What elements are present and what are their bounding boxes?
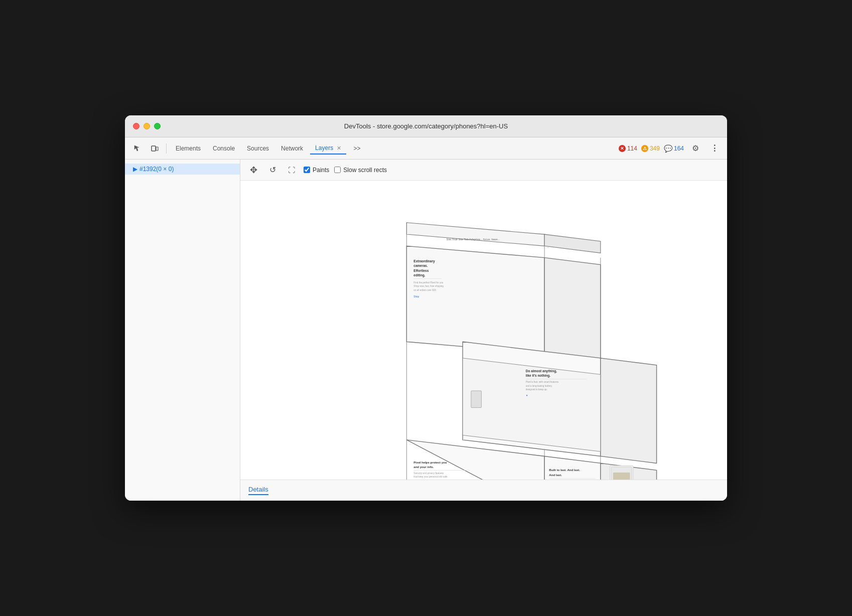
- svg-text:Security and privacy features: Security and privacy features: [413, 472, 444, 475]
- slow-scroll-checkbox-label[interactable]: Slow scroll rects: [334, 167, 387, 174]
- tab-elements[interactable]: Elements: [171, 143, 206, 154]
- svg-rect-1: [156, 147, 158, 150]
- message-badge[interactable]: 💬 164: [664, 144, 684, 152]
- layers-main-panel: ✥ ↺ ⛶ Paints Slow scroll rects: [240, 160, 727, 501]
- svg-text:editing.: editing.: [413, 273, 425, 277]
- layers-tools: ✥ ↺ ⛶ Paints Slow scroll rects: [240, 160, 727, 181]
- svg-text:Effortless: Effortless: [413, 269, 429, 272]
- svg-text:▼: ▼: [526, 394, 528, 397]
- svg-text:Do almost anything,: Do almost anything,: [526, 369, 557, 373]
- svg-text:designed to keep up.: designed to keep up.: [526, 388, 547, 391]
- window-title: DevTools - store.google.com/category/pho…: [344, 122, 508, 130]
- slow-scroll-checkbox[interactable]: [334, 167, 341, 173]
- svg-marker-5: [406, 223, 544, 246]
- tab-network[interactable]: Network: [276, 143, 308, 154]
- content-area: ▶ #1392(0 × 0) ✥ ↺ ⛶ Paints Slow scroll …: [125, 160, 727, 501]
- paints-checkbox[interactable]: [304, 167, 310, 173]
- svg-text:that keep your personal info s: that keep your personal info safe: [413, 476, 448, 478]
- more-menu-button[interactable]: ⋮: [707, 141, 722, 156]
- svg-rect-0: [152, 146, 156, 151]
- warning-icon: ⚠: [641, 145, 648, 152]
- title-bar: DevTools - store.google.com/category/pho…: [125, 115, 727, 137]
- svg-text:Extraordinary: Extraordinary: [413, 259, 435, 263]
- fit-tool-button[interactable]: ⛶: [285, 164, 299, 177]
- toolbar-separator: [166, 143, 167, 153]
- svg-text:like it's nothing.: like it's nothing.: [526, 374, 550, 378]
- layers-3d-visualization: Site:True Site Tab:Adaptive... focus: ba…: [240, 181, 727, 480]
- tab-more[interactable]: >>: [348, 143, 365, 154]
- close-button[interactable]: [133, 123, 139, 129]
- svg-rect-51: [613, 473, 630, 480]
- tab-sources[interactable]: Sources: [242, 143, 274, 154]
- expand-arrow: ▶: [133, 166, 137, 173]
- error-badge[interactable]: ✕ 114: [619, 145, 637, 152]
- error-icon: ✕: [619, 145, 626, 152]
- pan-tool-button[interactable]: ✥: [246, 164, 260, 177]
- svg-text:...: ...: [547, 245, 549, 248]
- tab-layers-close[interactable]: ✕: [337, 145, 341, 151]
- svg-text:and your info.: and your info.: [413, 466, 434, 469]
- svg-rect-31: [471, 391, 481, 408]
- select-element-button[interactable]: [130, 141, 145, 156]
- svg-text:And last.: And last.: [549, 474, 562, 477]
- tab-layers[interactable]: Layers ✕: [310, 142, 346, 155]
- svg-text:Pixel helps protect you: Pixel helps protect you: [413, 461, 447, 464]
- devtools-toolbar: Elements Console Sources Network Layers …: [125, 137, 727, 160]
- svg-text:Built to last. And last.: Built to last. And last.: [549, 469, 580, 472]
- layers-sidebar: ▶ #1392(0 × 0): [125, 160, 240, 501]
- svg-text:and a long-lasting battery,: and a long-lasting battery,: [526, 385, 552, 387]
- layer-item-root[interactable]: ▶ #1392(0 × 0): [125, 164, 240, 175]
- svg-text:Site:True Site Tab:Adaptive...: Site:True Site Tab:Adaptive... focus: ba…: [447, 238, 500, 241]
- tab-console[interactable]: Console: [208, 143, 240, 154]
- message-icon: 💬: [664, 144, 672, 152]
- maximize-button[interactable]: [154, 123, 161, 129]
- device-toggle-button[interactable]: [147, 141, 162, 156]
- warning-badge[interactable]: ⚠ 349: [641, 145, 660, 152]
- toolbar-right: ✕ 114 ⚠ 349 💬 164 ⚙ ⋮: [619, 141, 722, 156]
- svg-marker-11: [544, 258, 601, 361]
- svg-marker-6: [544, 234, 601, 253]
- paints-checkbox-label[interactable]: Paints: [304, 167, 329, 174]
- svg-marker-22: [601, 358, 657, 464]
- details-bar: Details: [240, 480, 727, 501]
- devtools-window: DevTools - store.google.com/category/pho…: [125, 115, 727, 501]
- traffic-lights: [133, 123, 161, 129]
- settings-button[interactable]: ⚙: [688, 141, 703, 156]
- svg-text:Shop now, fast, free shipping: Shop now, fast, free shipping: [413, 285, 444, 287]
- svg-text:Shop: Shop: [413, 295, 419, 298]
- rotate-tool-button[interactable]: ↺: [265, 164, 279, 177]
- svg-text:on all orders over $35: on all orders over $35: [413, 289, 436, 291]
- svg-text:Find the perfect Pixel for you: Find the perfect Pixel for you: [413, 281, 443, 284]
- svg-text:Pixel is fast, with smart feat: Pixel is fast, with smart features: [526, 381, 559, 383]
- details-tab[interactable]: Details: [248, 486, 268, 495]
- minimize-button[interactable]: [144, 123, 150, 129]
- svg-text:cameras.: cameras.: [413, 264, 428, 267]
- layers-canvas[interactable]: Site:True Site Tab:Adaptive... focus: ba…: [240, 181, 727, 480]
